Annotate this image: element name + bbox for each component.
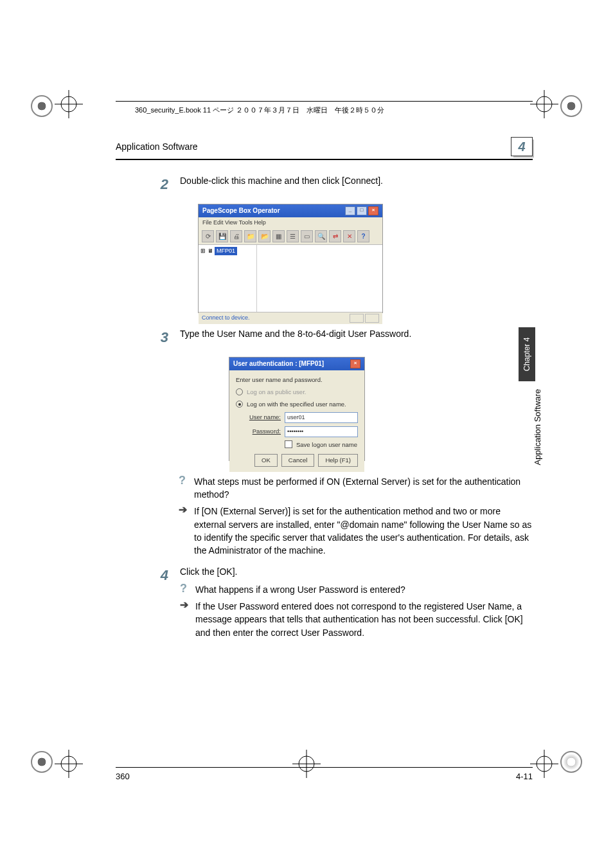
- answer-text: If [ON (External Server)] is set for the…: [194, 505, 533, 557]
- print-mark-dot: [31, 95, 53, 117]
- password-label: Password:: [245, 427, 281, 436]
- qa-block-1: ? What steps must be performed if ON (Ex…: [179, 475, 533, 557]
- chapter-number-box: 4: [511, 137, 533, 156]
- page-footer: 360 4-11: [116, 767, 533, 781]
- username-input[interactable]: user01: [285, 412, 358, 423]
- username-label: User name:: [245, 413, 281, 422]
- minimize-icon[interactable]: _: [345, 206, 355, 215]
- registration-mark-icon: [530, 90, 558, 118]
- tree-node-selected[interactable]: MFP01: [215, 247, 237, 255]
- dialog-titlebar: User authentication : [MFP01] ×: [229, 357, 364, 371]
- device-tree[interactable]: ⊞ 🖥 MFP01: [199, 245, 257, 312]
- dialog-intro: Enter user name and password.: [236, 375, 358, 384]
- help-button[interactable]: Help (F1): [318, 454, 358, 467]
- side-chapter-tab: Chapter 4: [519, 327, 535, 381]
- page-content: 360_security_E.book 11 ページ ２００７年３月７日 水曜日…: [116, 88, 533, 781]
- page-header: Application Software 4: [116, 137, 533, 160]
- window-statusbar: Connect to device.: [199, 312, 382, 324]
- toolbar-icon[interactable]: ⟳: [202, 230, 214, 242]
- screenshot-box-operator: PageScope Box Operator _ □ × File Edit V…: [198, 204, 383, 313]
- maximize-icon[interactable]: □: [357, 206, 367, 215]
- dialog-title: User authentication : [MFP01]: [233, 359, 324, 369]
- dialog-body: Enter user name and password. Log on as …: [229, 370, 364, 472]
- registration-mark-icon: [55, 750, 83, 778]
- window-menubar[interactable]: File Edit View Tools Help: [199, 217, 382, 228]
- password-input[interactable]: ••••••••: [285, 426, 358, 437]
- screenshot-auth-dialog: User authentication : [MFP01] × Enter us…: [229, 357, 365, 461]
- window-toolbar: ⟳ 💾 🖨 📁 📂 ▦ ☰ ▭ 🔍 ⇄ ✕ ?: [199, 228, 382, 245]
- radio-icon: [236, 388, 243, 395]
- footer-page-number: 4-11: [516, 772, 533, 781]
- step-4: 4 Click the [OK]. ? What happens if a wr…: [157, 565, 533, 643]
- toolbar-icon[interactable]: 💾: [216, 230, 228, 242]
- ok-button[interactable]: OK: [254, 454, 278, 467]
- question-text: What happens if a wrong User Password is…: [195, 583, 405, 596]
- registration-mark-icon: [530, 750, 558, 778]
- help-icon[interactable]: ?: [357, 230, 369, 242]
- toolbar-icon[interactable]: ▦: [272, 230, 285, 242]
- cancel-button[interactable]: Cancel: [281, 454, 315, 467]
- step-2: 2 Double-click this machine and then cli…: [157, 174, 533, 195]
- qa-block-2: ? What happens if a wrong User Password …: [180, 583, 533, 639]
- toolbar-icon[interactable]: ▭: [301, 230, 313, 242]
- side-section-label: Application Software: [533, 389, 542, 466]
- footer-model: 360: [116, 772, 130, 781]
- close-icon[interactable]: ×: [368, 206, 378, 215]
- toolbar-icon[interactable]: 📁: [244, 230, 256, 242]
- window-body: ⊞ 🖥 MFP01: [199, 245, 382, 312]
- print-mark-dot: [560, 751, 582, 773]
- toolbar-icon[interactable]: ⇄: [329, 230, 341, 242]
- radio-public-user: Log on as public user.: [236, 388, 358, 397]
- toolbar-icon[interactable]: ✕: [343, 230, 355, 242]
- question-icon: ?: [180, 583, 190, 596]
- toolbar-icon[interactable]: 🔍: [315, 230, 327, 242]
- step-text: Type the User Name and the 8-to-64-digit…: [180, 327, 533, 348]
- close-icon[interactable]: ×: [350, 359, 360, 368]
- step-3: 3 Type the User Name and the 8-to-64-dig…: [157, 327, 533, 348]
- save-logon-checkbox[interactable]: [285, 440, 292, 448]
- window-titlebar: PageScope Box Operator _ □ ×: [199, 204, 382, 218]
- print-mark-dot: [31, 751, 53, 773]
- window-controls: _ □ ×: [345, 206, 378, 215]
- radio-specified-user[interactable]: Log on with the specified user name.: [236, 400, 358, 409]
- toolbar-icon[interactable]: ☰: [287, 230, 299, 242]
- status-text: Connect to device.: [202, 314, 250, 323]
- print-mark-dot: [560, 95, 582, 117]
- toolbar-icon[interactable]: 🖨: [230, 230, 242, 242]
- step-number: 2: [157, 174, 168, 195]
- arrow-icon: ➔: [180, 600, 190, 639]
- file-path-header: 360_security_E.book 11 ページ ２００７年３月７日 水曜日…: [116, 102, 533, 118]
- registration-mark-icon: [55, 90, 83, 118]
- question-text: What steps must be performed if ON (Exte…: [194, 475, 533, 502]
- save-logon-label: Save logon user name: [296, 440, 357, 449]
- answer-text: If the User Password entered does not co…: [195, 600, 533, 639]
- main-content: 2 Double-click this machine and then cli…: [116, 174, 533, 643]
- step-number: 3: [157, 327, 168, 348]
- step-number: 4: [157, 565, 168, 643]
- arrow-icon: ➔: [179, 505, 189, 557]
- step-text: Double-click this machine and then click…: [180, 174, 533, 195]
- radio-icon[interactable]: [236, 401, 243, 408]
- section-title: Application Software: [116, 141, 198, 152]
- toolbar-icon[interactable]: 📂: [258, 230, 271, 242]
- question-icon: ?: [179, 475, 189, 502]
- window-title: PageScope Box Operator: [202, 206, 280, 216]
- step-text: Click the [OK].: [180, 565, 533, 578]
